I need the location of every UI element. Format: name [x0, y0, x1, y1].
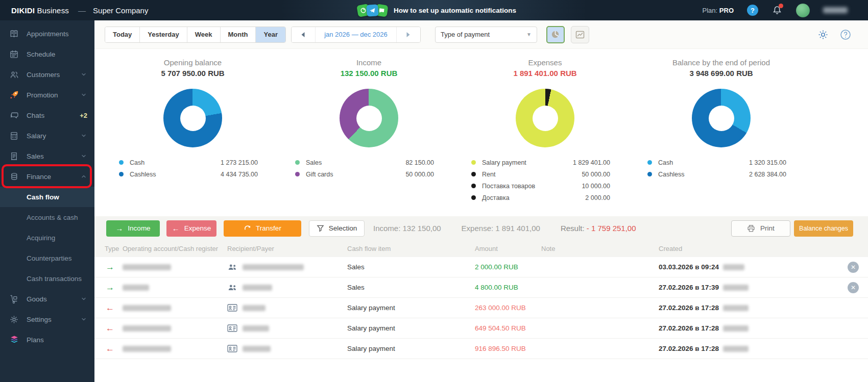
donut-chart: [516, 89, 574, 147]
preset-month-button[interactable]: Month: [221, 27, 256, 42]
close-icon[interactable]: ✕: [848, 282, 859, 293]
column-header-created: Created: [659, 245, 837, 252]
card-icon: [227, 304, 237, 312]
result-total: Result: - 1 759 251,00: [561, 224, 636, 233]
column-header-recipient-payer: Recipient/Payer: [227, 245, 347, 252]
sidebar-item-goods[interactable]: Goods: [0, 289, 94, 309]
balance-changes-button[interactable]: Balance changes: [794, 220, 853, 237]
avatar[interactable]: [796, 4, 810, 17]
sidebar-nav: AppointmentsScheduleCustomersPromotionCh…: [0, 20, 94, 382]
preset-yesterday-button[interactable]: Yesterday: [140, 27, 187, 42]
sidebar-item-settings[interactable]: Settings: [0, 309, 94, 329]
card-icon: [227, 345, 237, 352]
payment-type-value: Type of payment: [441, 31, 490, 38]
sidebar-item-cash-transactions[interactable]: Cash transactions: [0, 268, 94, 289]
table-row-expense[interactable]: ←Salary payment649 504.50 RUB27.02.2026 …: [94, 318, 868, 339]
summary-card-expenses: Expenses1 891 401.00 RUBSalary payment1 …: [457, 49, 633, 216]
sidebar-item-promotion[interactable]: Promotion: [0, 85, 94, 105]
legend-dot: [119, 172, 124, 176]
expense-arrow-icon: ←: [94, 323, 123, 334]
sidebar-item-sales[interactable]: Sales: [0, 146, 94, 166]
redacted-recipient: [243, 264, 304, 270]
sidebar-item-label: Promotion: [27, 91, 58, 99]
redacted-creator: [723, 305, 749, 311]
preset-today-button[interactable]: Today: [105, 27, 140, 42]
sidebar-item-counterparties[interactable]: Counterparties: [0, 248, 94, 268]
funnel-icon: [317, 224, 324, 232]
legend-dot: [471, 160, 476, 165]
table-row-expense[interactable]: ←Salary payment263 000.00 RUB27.02.2026 …: [94, 298, 868, 318]
legend-value: 2 000.00: [585, 194, 610, 201]
table-row-income[interactable]: →Sales4 800.00 RUB27.02.2026 в 17:39✕: [94, 277, 868, 298]
sidebar-item-acquiring[interactable]: Acquiring: [0, 227, 94, 248]
banner-text[interactable]: How to set up automatic notifications: [394, 7, 516, 14]
promotion-icon: [9, 90, 19, 100]
donut-hole: [180, 106, 206, 131]
printer-icon: [747, 224, 755, 233]
add-expense-button[interactable]: ←Expense: [166, 220, 216, 237]
print-button[interactable]: Print: [731, 220, 790, 237]
cell-account: [123, 324, 227, 333]
selection-filter-button[interactable]: Selection: [309, 220, 365, 237]
preset-year-button[interactable]: Year: [256, 27, 285, 42]
next-period-button[interactable]: [397, 27, 420, 42]
refresh-icon: [244, 224, 251, 232]
telegram-icon: [366, 4, 379, 17]
sidebar-item-chats[interactable]: Chats+2: [0, 105, 94, 125]
cell-cash-flow-item: Salary payment: [347, 345, 475, 352]
sidebar-item-appointments[interactable]: Appointments: [0, 23, 94, 44]
sidebar-item-schedule[interactable]: Schedule: [0, 44, 94, 64]
legend-value: 50 000.00: [405, 171, 434, 178]
sidebar-item-label: Plans: [27, 336, 44, 344]
table-row-income[interactable]: →Sales2 000.00 RUB03.03.2026 в 09:24✕: [94, 257, 868, 277]
column-header-amount: Amount: [475, 245, 541, 252]
add-income-button[interactable]: →Income: [106, 220, 160, 237]
settings-icon: [9, 314, 19, 324]
donut-hole: [356, 106, 382, 131]
table-row-expense[interactable]: ←Salary payment916 896.50 RUB27.02.2026 …: [94, 339, 868, 359]
redacted-creator: [723, 264, 744, 270]
main-content: TodayYesterdayWeekMonthYear jan 2026 — d…: [94, 20, 868, 382]
sidebar-item-finance[interactable]: Finance: [0, 166, 94, 187]
notifications-bell-icon[interactable]: [771, 5, 783, 16]
prev-period-button[interactable]: [292, 27, 315, 42]
chevron-down-icon: [80, 152, 87, 160]
cell-recipient: [227, 304, 347, 312]
user-name-redacted[interactable]: [823, 7, 848, 13]
help-icon[interactable]: ?: [747, 5, 758, 16]
pie-view-toggle[interactable]: [546, 26, 565, 43]
sidebar-item-plans[interactable]: Plans: [0, 329, 94, 350]
app-logo[interactable]: DIKIDI Business: [11, 6, 69, 15]
line-view-toggle[interactable]: [571, 26, 589, 43]
chart-legend: Sales82 150.00Gift cards50 000.00: [281, 157, 457, 180]
arrow-left-icon: ←: [172, 224, 180, 233]
sidebar-item-accounts-cash[interactable]: Accounts & cash: [0, 207, 94, 227]
chevron-down-icon: [80, 91, 87, 98]
sidebar-item-label: Cash transactions: [27, 275, 82, 283]
help-circle-icon[interactable]: [839, 29, 852, 41]
legend-value: 50 000.00: [582, 171, 610, 178]
period-range-label[interactable]: jan 2026 — dec 2026: [315, 27, 397, 42]
legend-row: Rent50 000.00: [471, 168, 610, 180]
summary-charts: Opening balance5 707 950.00 RUBCash1 273…: [94, 49, 868, 216]
sidebar-item-customers[interactable]: Customers: [0, 64, 94, 85]
column-header-operating-account-cash-register: Operating account/Cash register: [123, 245, 227, 252]
legend-value: 1 273 215.00: [221, 159, 258, 166]
sidebar-item-salary[interactable]: Salary: [0, 125, 94, 146]
close-icon[interactable]: ✕: [848, 262, 859, 273]
cell-created: 27.02.2026 в 17:28: [659, 324, 837, 332]
sidebar-item-label: Finance: [27, 173, 51, 181]
chart-title: Balance by the end of period: [672, 58, 770, 67]
company-name[interactable]: Super Company: [93, 6, 148, 15]
notification-banner[interactable]: How to set up automatic notifications: [360, 0, 516, 20]
redacted-account: [123, 325, 171, 332]
settings-gear-icon[interactable]: [817, 29, 829, 41]
column-header-cash-flow-item: Cash flow item: [347, 245, 475, 252]
sidebar-item-cash-flow[interactable]: Cash flow: [0, 187, 94, 207]
payment-type-select[interactable]: Type of payment ▼: [435, 27, 537, 43]
add-transfer-button[interactable]: Transfer: [224, 220, 301, 237]
preset-week-button[interactable]: Week: [187, 27, 221, 42]
legend-row: Доставка2 000.00: [471, 192, 610, 203]
donut-chart: [340, 89, 398, 147]
redacted-recipient: [243, 305, 266, 311]
